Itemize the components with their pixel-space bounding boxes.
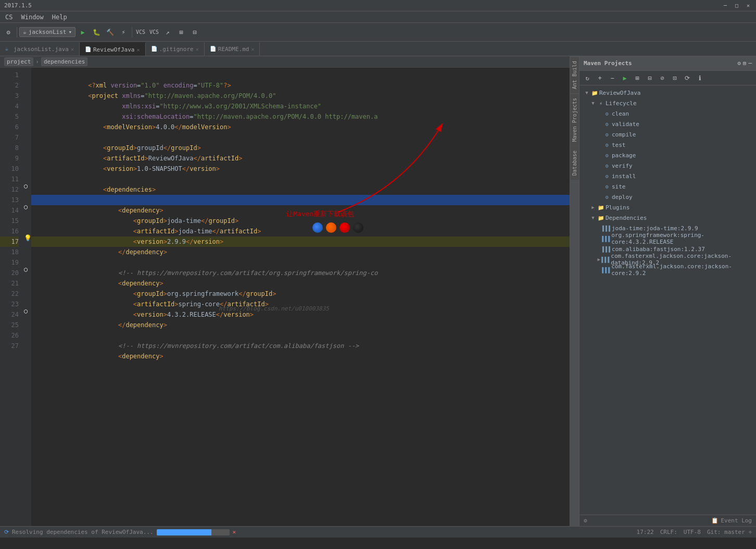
tree-lifecycle-deploy[interactable]: ⚙ deploy [579, 192, 756, 202]
breadcrumb-project[interactable]: project [4, 57, 33, 66]
close-button[interactable]: ✕ [745, 2, 752, 9]
tree-expand-install [596, 173, 602, 179]
tab-readme[interactable]: 📄 README.md ✕ [205, 42, 260, 56]
gutter-icon-24[interactable]: ○ [24, 307, 28, 315]
maven-toggle2-btn[interactable]: ⊟ [644, 72, 656, 84]
tree-lifecycle-site[interactable]: ⚙ site [579, 181, 756, 192]
menu-help[interactable]: Help [49, 13, 70, 22]
tree-expand-dep-5 [596, 267, 602, 273]
maven-tree[interactable]: ▼ 📁 ReviewOfJava ▼ ⚡ Lifecycle ⚙ clean ⚙… [579, 85, 756, 515]
tree-label-validate: validate [612, 121, 639, 128]
vcs-btn-1[interactable]: VCS [134, 26, 147, 39]
tree-lifecycle-package[interactable]: ⚙ package [579, 150, 756, 160]
maven-settings-btn[interactable]: ⊡ [669, 72, 681, 84]
event-log-button[interactable]: 📋 Event Log [711, 517, 752, 524]
maven-header-close[interactable]: ─ [748, 60, 752, 67]
editor-area: project › dependencies 1 2 3 4 5 6 7 8 9… [0, 56, 570, 526]
tree-lifecycle-clean[interactable]: ⚙ clean [579, 108, 756, 119]
tab-gitignore[interactable]: 📄 .gitignore ✕ [146, 42, 205, 56]
maven-bottom-settings[interactable]: ⚙ [584, 517, 587, 524]
code-line-1: <?xml version="1.0" encoding="UTF-8"?> [31, 70, 570, 80]
tab-icon-jacksonlist: ☕ [5, 46, 11, 52]
tree-dependencies[interactable]: ▼ 📁 Dependencies [579, 213, 756, 223]
maven-panel-title: Maven Projects [584, 60, 735, 67]
tree-lifecycle-validate[interactable]: ⚙ validate [579, 119, 756, 129]
tree-expand-dep-3 [596, 246, 602, 252]
code-container[interactable]: 1 2 3 4 5 6 7 8 9 10 11 12 13 14 15 16 1… [0, 68, 570, 526]
line-numbers: 1 2 3 4 5 6 7 8 9 10 11 12 13 14 15 16 1… [0, 68, 23, 526]
tree-expand-lifecycle[interactable]: ▼ [590, 100, 596, 106]
status-progress-text: Resolving dependencies of ReviewOfJava..… [12, 529, 154, 535]
maven-refresh-btn[interactable]: ⟳ [682, 72, 693, 84]
maven-skip-btn[interactable]: ⊘ [657, 72, 668, 84]
tree-expand-root[interactable]: ▼ [584, 90, 590, 96]
debug-button[interactable]: 🐛 [90, 26, 103, 39]
vertical-tab-database[interactable]: Database [570, 146, 579, 180]
build-project-btn[interactable]: ⚡ [117, 26, 130, 39]
tab-jacksonlist[interactable]: ☕ jacksonList.java ✕ [0, 42, 80, 56]
tree-expand-dep-2 [596, 235, 602, 242]
status-progress-area: ⟳ Resolving dependencies of ReviewOfJava… [4, 529, 633, 535]
toolbar-btn-4[interactable]: ⊞ [175, 26, 187, 39]
tab-reviewofjava[interactable]: 📄 ReviewOfJava ✕ [80, 42, 146, 56]
minimize-button[interactable]: ─ [722, 2, 729, 9]
maven-minus-btn[interactable]: − [607, 72, 618, 84]
breadcrumb-dependencies[interactable]: dependencies [41, 57, 87, 66]
maven-run-btn[interactable]: ▶ [619, 72, 631, 84]
tab-close-gitignore[interactable]: ✕ [196, 46, 199, 52]
tree-root-project[interactable]: ▼ 📁 ReviewOfJava [579, 88, 756, 98]
tree-label-dependencies: Dependencies [606, 215, 647, 221]
tree-dep-jackson-core[interactable]: ▌▌▌ com.fasterxml.jackson.core:jackson-c… [579, 265, 756, 275]
status-line-ending[interactable]: CRLF: [660, 529, 677, 535]
tree-dep-spring-core[interactable]: ▌▌▌ org.springframework:spring-core:4.3.… [579, 233, 756, 244]
tree-expand-dependencies[interactable]: ▼ [590, 215, 596, 221]
tree-label-test: test [612, 142, 626, 148]
code-line-19: <!-- https://mvnrepository.com/artifact/… [31, 257, 570, 268]
tree-icon-clean: ⚙ [603, 110, 611, 117]
maven-header-expand[interactable]: ⊞ [743, 60, 747, 67]
gutter-icon-20[interactable]: ○ [24, 266, 28, 273]
tab-icon-reviewofjava: 📄 [85, 46, 91, 53]
vcs-btn-2[interactable]: VCS [148, 26, 160, 39]
toolbar-sep-2 [132, 27, 132, 38]
tree-expand-dep-4[interactable]: ▶ [596, 256, 601, 263]
menu-cs[interactable]: CS [2, 13, 16, 22]
maximize-button[interactable]: □ [733, 2, 740, 9]
gutter-icon-11[interactable]: ○ [24, 182, 28, 190]
gutter-icon-13[interactable]: ○ [24, 203, 28, 210]
tree-plugins[interactable]: ▶ 📁 Plugins [579, 202, 756, 213]
maven-header-settings[interactable]: ⚙ [737, 60, 741, 67]
maven-reload-btn[interactable]: ↻ [582, 72, 593, 84]
run-config-selector[interactable]: ☕ jacksonList ▾ [19, 27, 75, 37]
status-encoding[interactable]: UTF-8 [684, 529, 701, 535]
tree-lifecycle-install[interactable]: ⚙ install [579, 171, 756, 181]
vertical-tab-ant-build[interactable]: Ant Build [570, 56, 579, 93]
tree-lifecycle-test[interactable]: ⚙ test [579, 140, 756, 150]
tab-label-reviewofjava: ReviewOfJava [93, 46, 134, 53]
tree-icon-install: ⚙ [603, 172, 611, 180]
maven-toggle-btn[interactable]: ⊞ [632, 72, 643, 84]
toolbar-settings-btn[interactable]: ⚙ [2, 26, 15, 39]
run-button[interactable]: ▶ [77, 26, 89, 39]
tab-close-reviewofjava[interactable]: ✕ [136, 47, 140, 53]
tab-close-jacksonlist[interactable]: ✕ [71, 46, 74, 52]
gutter-icon-17[interactable]: 💡 [24, 234, 32, 242]
tree-expand-plugins[interactable]: ▶ [590, 204, 596, 210]
tree-expand-package [596, 152, 602, 158]
maven-add-btn[interactable]: + [594, 72, 606, 84]
progress-cancel-btn[interactable]: ✕ [233, 529, 236, 535]
status-right: 17:22 CRLF: UTF-8 Git: master ÷ [637, 529, 752, 535]
code-editor[interactable]: <?xml version="1.0" encoding="UTF-8"?> <… [31, 68, 570, 526]
toolbar-btn-5[interactable]: ⊟ [188, 26, 201, 39]
tab-close-readme[interactable]: ✕ [251, 46, 254, 52]
tree-lifecycle-verify[interactable]: ⚙ verify [579, 160, 756, 171]
build-button[interactable]: 🔨 [104, 26, 116, 39]
toolbar-btn-3[interactable]: ↗ [161, 26, 174, 39]
menu-window[interactable]: Window [18, 13, 46, 22]
tree-lifecycle-compile[interactable]: ⚙ compile [579, 129, 756, 140]
status-git[interactable]: Git: master ÷ [707, 529, 752, 535]
tree-icon-test: ⚙ [603, 141, 611, 148]
tree-lifecycle[interactable]: ▼ ⚡ Lifecycle [579, 98, 756, 108]
vertical-tab-maven-projects[interactable]: Maven Projects [570, 93, 579, 146]
maven-info-btn[interactable]: ℹ [694, 72, 705, 84]
